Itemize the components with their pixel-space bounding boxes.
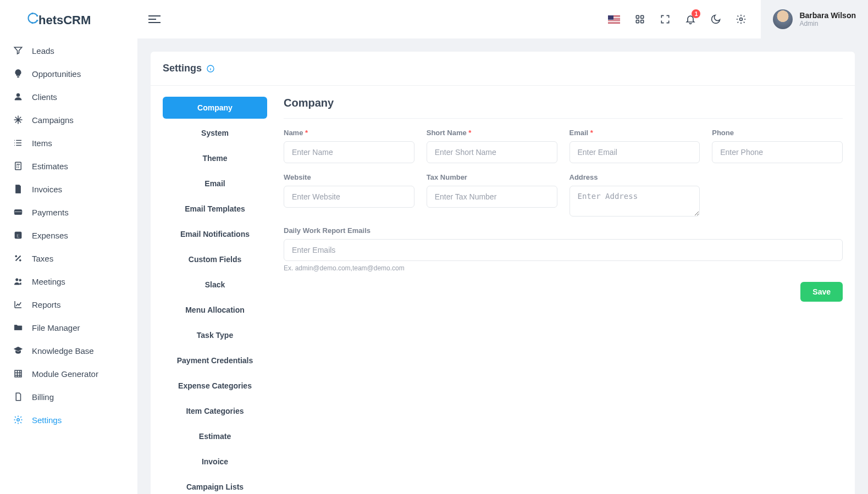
- svg-point-0: [31, 13, 33, 14]
- tab-email[interactable]: Email: [163, 173, 267, 195]
- document-icon: [13, 392, 23, 402]
- svg-rect-16: [641, 15, 644, 18]
- sidebar-item-settings[interactable]: Settings: [0, 408, 137, 431]
- save-button[interactable]: Save: [800, 282, 843, 302]
- language-flag-button[interactable]: [608, 15, 620, 24]
- phone-input[interactable]: [712, 141, 843, 163]
- tab-label: Estimate: [199, 432, 231, 441]
- svg-point-12: [16, 279, 19, 281]
- sidebar-item-label: Invoices: [32, 185, 62, 194]
- address-input[interactable]: [570, 186, 700, 217]
- tax-number-label: Tax Number: [427, 173, 557, 181]
- sidebar-item-label: Payments: [32, 208, 69, 217]
- sidebar-item-label: Module Generator: [32, 369, 98, 379]
- tax-number-input[interactable]: [427, 186, 557, 208]
- sidebar-item-items[interactable]: Items: [0, 131, 137, 154]
- tab-label: Item Categories: [186, 407, 244, 415]
- info-icon[interactable]: [206, 64, 215, 73]
- sidebar-item-label: Meetings: [32, 277, 65, 286]
- tab-estimate[interactable]: Estimate: [163, 425, 267, 447]
- tab-label: Email Templates: [185, 204, 245, 213]
- calculator-icon: [13, 161, 23, 171]
- short-name-label: Short Name *: [427, 129, 557, 137]
- tab-invoice[interactable]: Invoice: [163, 451, 267, 473]
- sidebar-item-meetings[interactable]: Meetings: [0, 270, 137, 293]
- sidebar-item-opportunities[interactable]: Opportunities: [0, 62, 137, 85]
- avatar: [773, 9, 793, 29]
- tab-payment-credentials[interactable]: Payment Credentials: [163, 349, 267, 371]
- tab-label: Task Type: [197, 331, 233, 340]
- short-name-input[interactable]: [427, 141, 557, 163]
- svg-point-19: [740, 18, 743, 21]
- tab-campaign-lists[interactable]: Campaign Lists: [163, 476, 267, 494]
- apps-icon[interactable]: [634, 14, 645, 25]
- company-form: Company Name * Short Name * E: [284, 97, 843, 494]
- daily-emails-help: Ex. admin@demo.com,team@demo.com: [284, 264, 843, 272]
- svg-point-11: [19, 259, 21, 261]
- email-input[interactable]: [570, 141, 700, 163]
- svg-point-13: [19, 279, 21, 281]
- sidebar-item-leads[interactable]: Leads: [0, 39, 137, 62]
- form-title: Company: [284, 97, 843, 119]
- name-input[interactable]: [284, 141, 414, 163]
- tab-expense-categories[interactable]: Expense Categories: [163, 375, 267, 397]
- user-icon: [13, 92, 23, 102]
- settings-card: Settings Company System Theme Email Emai…: [151, 52, 855, 494]
- tab-task-type[interactable]: Task Type: [163, 324, 267, 346]
- email-label: Email *: [570, 129, 700, 137]
- svg-text:E: E: [16, 233, 20, 238]
- sidebar-item-taxes[interactable]: Taxes: [0, 247, 137, 270]
- sidebar-item-payments[interactable]: Payments: [0, 201, 137, 224]
- website-input[interactable]: [284, 186, 414, 208]
- sidebar-item-campaigns[interactable]: Campaigns: [0, 108, 137, 131]
- sidebar-item-expenses[interactable]: E Expenses: [0, 224, 137, 247]
- svg-point-10: [15, 256, 17, 257]
- sidebar-item-clients[interactable]: Clients: [0, 85, 137, 108]
- user-menu[interactable]: Barbara Wilson Admin: [761, 0, 868, 38]
- user-role: Admin: [799, 20, 856, 27]
- daily-emails-label: Daily Work Report Emails: [284, 226, 843, 235]
- sidebar-item-label: Billing: [32, 392, 54, 402]
- fullscreen-icon[interactable]: [660, 14, 671, 25]
- sidebar-item-file-manager[interactable]: File Manager: [0, 316, 137, 339]
- svg-point-4: [16, 93, 20, 97]
- dark-mode-icon[interactable]: [710, 14, 721, 25]
- tab-item-categories[interactable]: Item Categories: [163, 400, 267, 422]
- tab-custom-fields[interactable]: Custom Fields: [163, 248, 267, 270]
- sidebar-item-estimates[interactable]: Estimates: [0, 154, 137, 177]
- sidebar-item-label: Leads: [32, 46, 54, 55]
- settings-gear-icon[interactable]: [736, 14, 747, 25]
- tab-email-templates[interactable]: Email Templates: [163, 198, 267, 220]
- sidebar-item-module-generator[interactable]: Module Generator: [0, 362, 137, 385]
- user-name: Barbara Wilson: [799, 11, 856, 20]
- daily-emails-input[interactable]: [284, 239, 843, 261]
- expense-icon: E: [13, 230, 23, 240]
- sidebar-item-label: Taxes: [32, 254, 53, 263]
- notification-badge: 1: [692, 9, 700, 18]
- tab-menu-allocation[interactable]: Menu Allocation: [163, 299, 267, 321]
- tab-label: Slack: [205, 280, 225, 289]
- snowflake-icon: [13, 115, 23, 125]
- sidebar-item-label: Settings: [32, 415, 62, 425]
- tab-label: Email Notifications: [180, 230, 250, 238]
- svg-point-2: [36, 20, 38, 21]
- sidebar-item-reports[interactable]: Reports: [0, 293, 137, 316]
- tab-company[interactable]: Company: [163, 97, 267, 119]
- sidebar-item-knowledge-base[interactable]: Knowledge Base: [0, 339, 137, 362]
- sidebar-item-invoices[interactable]: Invoices: [0, 177, 137, 201]
- tab-theme[interactable]: Theme: [163, 147, 267, 169]
- sidebar-item-billing[interactable]: Billing: [0, 385, 137, 408]
- svg-rect-17: [637, 20, 639, 23]
- tab-slack[interactable]: Slack: [163, 274, 267, 296]
- tab-label: Menu Allocation: [185, 306, 245, 314]
- tab-label: Theme: [202, 154, 227, 163]
- folder-icon: [13, 323, 23, 332]
- tab-email-notifications[interactable]: Email Notifications: [163, 223, 267, 245]
- tab-label: Invoice: [202, 457, 228, 466]
- logo[interactable]: hetsCRM: [0, 11, 137, 39]
- address-label: Address: [570, 173, 700, 181]
- svg-point-1: [36, 15, 38, 16]
- menu-toggle-button[interactable]: [148, 13, 161, 25]
- notification-bell-icon[interactable]: 1: [685, 14, 696, 25]
- tab-system[interactable]: System: [163, 122, 267, 144]
